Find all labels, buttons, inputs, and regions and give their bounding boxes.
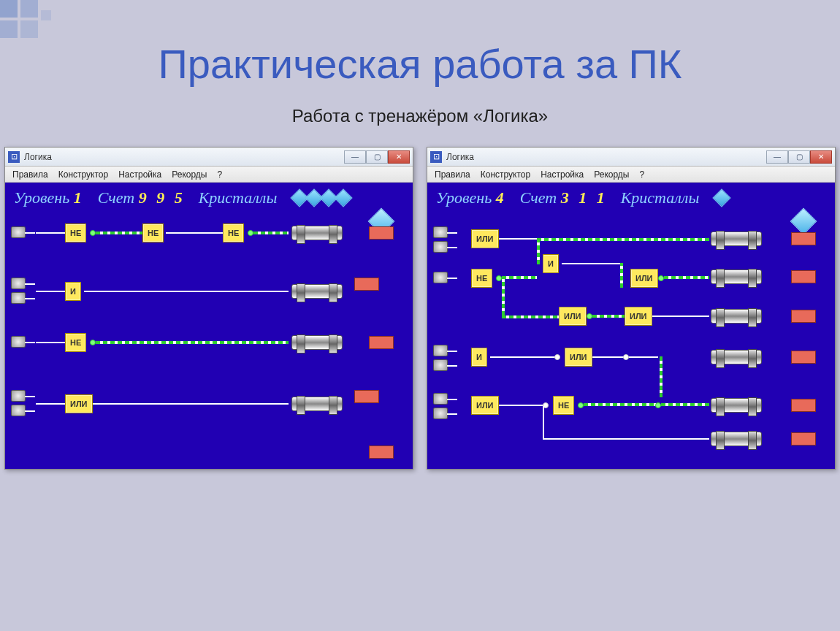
plunger-icon [711, 397, 762, 413]
minimize-button[interactable]: — [344, 150, 366, 164]
gate-or[interactable]: ИЛИ [565, 348, 592, 367]
plunger-icon [711, 431, 762, 447]
gate-or[interactable]: ИЛИ [559, 307, 587, 326]
wire-node-icon [623, 354, 629, 360]
score-label: Счет [98, 188, 135, 207]
gate-not[interactable]: НЕ [142, 223, 164, 242]
titlebar[interactable]: ⊡ Логика — ▢ ✕ [427, 148, 835, 167]
plunger-icon [291, 334, 343, 351]
close-button[interactable]: ✕ [388, 150, 410, 164]
close-button[interactable]: ✕ [810, 150, 832, 164]
app-window-right: ⊡ Логика — ▢ ✕ Правила Конструктор Настр… [427, 147, 836, 470]
wire-node-icon [587, 313, 592, 319]
app-title: Логика [446, 152, 474, 162]
gate-not[interactable]: НЕ [223, 223, 244, 242]
input-switch[interactable] [433, 359, 448, 371]
gate-or[interactable]: ИЛИ [471, 229, 499, 248]
wire-node-icon [90, 230, 96, 236]
menubar: Правила Конструктор Настройка Рекорды ? [427, 167, 835, 183]
wire-node-icon [496, 275, 502, 281]
menubar: Правила Конструктор Настройка Рекорды ? [5, 167, 413, 183]
circuit-left: НЕ НЕ НЕ И [11, 219, 407, 463]
input-switch[interactable] [11, 405, 26, 416]
slide-title: Практическая работа за ПК [0, 0, 840, 106]
gate-and[interactable]: И [471, 348, 487, 367]
target-brick-icon [791, 232, 816, 245]
target-brick-icon [791, 432, 816, 445]
input-switch[interactable] [11, 226, 26, 238]
crystal-icon [713, 188, 731, 207]
game-area-right[interactable]: Уровень 4 Счет 3 1 1 Кристаллы ИЛИ [427, 183, 835, 469]
target-brick-icon [369, 226, 394, 240]
plunger-icon [711, 269, 762, 285]
input-switch[interactable] [433, 226, 448, 238]
maximize-button[interactable]: ▢ [366, 150, 388, 164]
plunger-icon [291, 225, 343, 241]
menu-help[interactable]: ? [639, 169, 644, 180]
input-switch[interactable] [11, 390, 26, 402]
input-switch[interactable] [11, 278, 26, 289]
menu-help[interactable]: ? [217, 169, 222, 180]
menu-records[interactable]: Рекорды [594, 169, 629, 180]
input-switch[interactable] [433, 345, 448, 356]
plunger-icon [711, 231, 762, 247]
stats-bar: Уровень 4 Счет 3 1 1 Кристаллы [433, 187, 829, 212]
app-title: Логика [24, 152, 52, 162]
menu-rules[interactable]: Правила [12, 169, 48, 180]
plunger-icon [711, 308, 762, 324]
app-window-left: ⊡ Логика — ▢ ✕ Правила Конструктор Настр… [4, 147, 413, 470]
crystals-label: Кристаллы [199, 188, 278, 207]
input-switch[interactable] [11, 292, 26, 304]
score-label: Счет [520, 188, 557, 207]
input-switch[interactable] [433, 393, 448, 405]
minimize-button[interactable]: — [766, 150, 788, 164]
gate-or[interactable]: ИЛИ [630, 269, 658, 288]
wire-node-icon [90, 340, 96, 345]
target-brick-icon [791, 351, 816, 364]
target-brick-icon [791, 310, 816, 323]
gate-and[interactable]: И [65, 282, 81, 301]
titlebar[interactable]: ⊡ Логика — ▢ ✕ [5, 148, 413, 167]
score-value: 3 1 1 [561, 188, 608, 207]
menu-settings[interactable]: Настройка [541, 169, 584, 180]
gate-or[interactable]: ИЛИ [625, 307, 652, 326]
gate-and[interactable]: И [543, 254, 559, 273]
gate-or[interactable]: ИЛИ [65, 394, 93, 413]
stats-bar: Уровень 1 Счет 9 9 5 Кристаллы [11, 187, 407, 212]
menu-constructor[interactable]: Конструктор [481, 169, 530, 180]
plunger-icon [711, 349, 762, 365]
gate-not[interactable]: НЕ [65, 333, 86, 352]
gate-not[interactable]: НЕ [65, 223, 86, 242]
crystals-icons [715, 191, 728, 204]
menu-constructor[interactable]: Конструктор [58, 169, 108, 180]
wire-node-icon [578, 402, 584, 408]
wire-node-icon [554, 354, 560, 360]
level-value: 4 [496, 188, 507, 207]
menu-records[interactable]: Рекорды [172, 169, 207, 180]
target-brick-icon [354, 390, 379, 403]
level-label: Уровень [436, 188, 492, 207]
plunger-icon [291, 283, 343, 299]
crystals-label: Кристаллы [621, 188, 700, 207]
menu-rules[interactable]: Правила [435, 169, 470, 180]
game-area-left[interactable]: Уровень 1 Счет 9 9 5 Кристаллы НЕ [5, 183, 413, 469]
level-value: 1 [74, 188, 85, 207]
wire-node-icon [655, 402, 661, 408]
input-switch[interactable] [433, 272, 448, 283]
input-switch[interactable] [433, 241, 448, 253]
input-switch[interactable] [11, 336, 26, 348]
menu-settings[interactable]: Настройка [118, 169, 161, 180]
circuit-right: ИЛИ НЕ И ИЛИ ИЛИ [433, 219, 829, 463]
target-brick-icon [791, 399, 816, 412]
gate-not[interactable]: НЕ [553, 396, 574, 415]
target-brick-icon [354, 278, 379, 291]
input-switch[interactable] [433, 408, 448, 419]
app-icon: ⊡ [430, 151, 442, 163]
maximize-button[interactable]: ▢ [788, 150, 810, 164]
wire-node-icon [658, 275, 664, 281]
slide-subtitle: Работа с тренажёром «Логика» [0, 106, 840, 147]
gate-or[interactable]: ИЛИ [471, 396, 499, 415]
crystal-icon [335, 188, 353, 207]
target-brick-icon [791, 270, 816, 283]
gate-not[interactable]: НЕ [471, 269, 492, 288]
